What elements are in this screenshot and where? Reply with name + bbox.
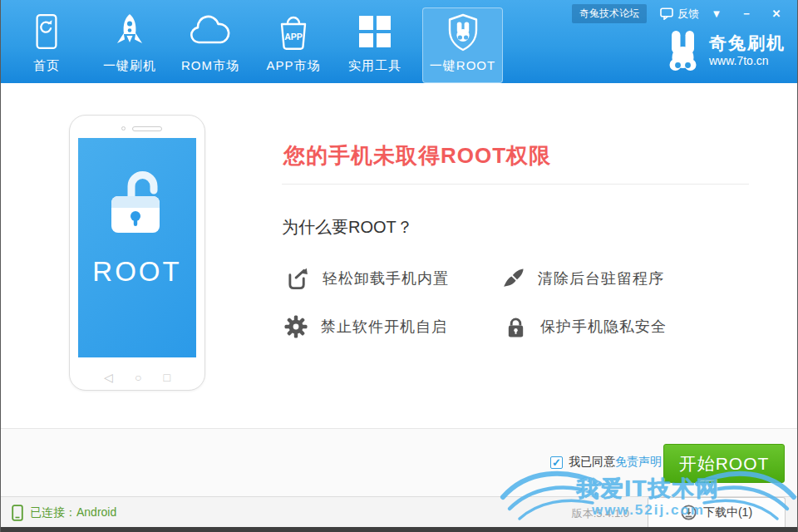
clean-brush-icon (502, 268, 525, 290)
agreement-row: ✓ 我已同意 免责声明 (550, 455, 662, 470)
window-bottom-edge (1, 527, 797, 532)
cloud-icon (175, 10, 245, 53)
nav-label: 实用工具 (340, 58, 410, 74)
feedback-button[interactable]: 反馈 (660, 7, 699, 22)
nav-label: ROM市场 (175, 58, 245, 74)
connection-status: 已连接：Android (12, 505, 116, 521)
feature-privacy: 保护手机隐私安全 (505, 313, 667, 340)
app-bag-icon: APP (259, 10, 328, 53)
speech-bubble-icon (660, 7, 673, 20)
rocket-icon (95, 10, 165, 53)
lock-icon (505, 316, 527, 338)
feature-clean: 清除后台驻留程序 (502, 265, 664, 292)
nav-label: 首页 (12, 58, 81, 74)
download-icon (681, 505, 697, 520)
nav-item-home[interactable]: 首页 (12, 8, 81, 81)
top-navigation-bar: 首页 一键刷机 ROM市场 APP APP市场 实用工具 (1, 0, 797, 83)
phone-speaker (132, 126, 162, 131)
phone-camera-dot (121, 126, 126, 131)
agree-checkbox[interactable]: ✓ (550, 456, 563, 469)
dropdown-menu-button[interactable]: ▼ (704, 7, 729, 20)
minimize-button[interactable]: − (734, 7, 759, 20)
download-manager-button[interactable]: 下载中(1) (648, 497, 786, 527)
phone-illustration: ROOT ◁ ○ □ (69, 115, 205, 391)
back-icon: ◁ (104, 371, 113, 384)
nav-label: 一键刷机 (95, 58, 165, 74)
feature-uninstall: 轻松卸载手机内置 (287, 265, 449, 292)
nav-item-rom-market[interactable]: ROM市场 (175, 8, 245, 81)
app-window: 首页 一键刷机 ROM市场 APP APP市场 实用工具 (0, 0, 798, 532)
version-label: 版本:5.4.1.0 (572, 506, 629, 521)
status-bar: 已连接：Android 版本:5.4.1.0 下载中(1) (1, 496, 797, 527)
window-controls: 奇兔技术论坛 反馈 ▼ − ✕ (572, 4, 789, 23)
nav-item-one-key-root-active[interactable]: 一键ROOT (422, 7, 503, 83)
page-title: 您的手机未取得ROOT权限 (283, 141, 551, 170)
rabbit-logo-icon (666, 30, 701, 71)
disclaimer-link[interactable]: 免责声明 (615, 455, 662, 470)
phone-refresh-icon (12, 10, 81, 53)
shield-rabbit-icon (423, 12, 502, 53)
nav-label: 一键ROOT (423, 58, 502, 74)
start-root-button[interactable]: 开始ROOT (663, 444, 785, 483)
brand-logo: 奇兔刷机 www.7to.cn (666, 30, 786, 71)
screen-root-label: ROOT (92, 256, 181, 288)
svg-text:APP: APP (284, 32, 303, 42)
phone-nav-buttons: ◁ ○ □ (70, 371, 204, 384)
main-content: ROOT ◁ ○ □ 您的手机未取得ROOT权限 为什么要ROOT？ 轻松卸载手… (1, 83, 797, 428)
brand-url: www.7to.cn (709, 54, 769, 67)
nav-item-flash[interactable]: 一键刷机 (95, 8, 165, 81)
home-icon: ○ (135, 371, 141, 384)
brand-name: 奇兔刷机 (709, 33, 786, 52)
open-padlock-icon (104, 170, 170, 241)
divider (282, 184, 749, 185)
agree-label: 我已同意 (569, 455, 615, 470)
grid-icon (340, 10, 410, 53)
phone-screen: ROOT (78, 138, 196, 357)
why-root-question: 为什么要ROOT？ (282, 216, 413, 239)
gear-icon (284, 315, 308, 338)
nav-label: APP市场 (259, 58, 328, 74)
uninstall-icon (287, 268, 309, 290)
nav-item-tools[interactable]: 实用工具 (340, 8, 410, 81)
nav-item-app-market[interactable]: APP APP市场 (259, 8, 328, 81)
connected-phone-icon (12, 505, 23, 521)
action-bar: ✓ 我已同意 免责声明 开始ROOT (1, 428, 797, 496)
close-button[interactable]: ✕ (764, 7, 789, 20)
forum-badge[interactable]: 奇兔技术论坛 (572, 4, 647, 23)
recent-icon: □ (163, 371, 170, 384)
feature-autostart: 禁止软件开机自启 (284, 313, 447, 340)
